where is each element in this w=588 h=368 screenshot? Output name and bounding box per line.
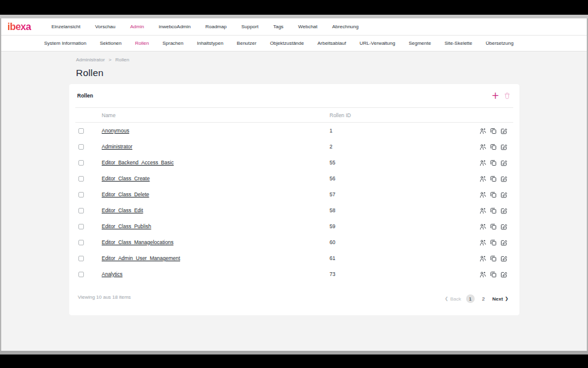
copy-role-button[interactable] — [490, 255, 497, 262]
sub-nav-item-sprachen[interactable]: Sprachen — [156, 36, 190, 52]
assign-users-button[interactable] — [480, 223, 486, 230]
top-nav-item-support[interactable]: Support — [234, 18, 266, 36]
edit-role-button[interactable] — [500, 223, 507, 230]
assign-users-icon — [480, 191, 486, 198]
sub-nav-item-rollen[interactable]: Rollen — [129, 36, 156, 52]
top-nav-item-tags[interactable]: Tags — [266, 18, 291, 36]
assign-users-button[interactable] — [480, 144, 486, 150]
copy-role-button[interactable] — [490, 239, 497, 246]
copy-role-button[interactable] — [490, 271, 497, 278]
assign-users-button[interactable] — [480, 239, 486, 246]
assign-users-button[interactable] — [480, 175, 486, 182]
sub-nav-item-url-verwaltung[interactable]: URL-Verwaltung — [353, 36, 402, 52]
edit-role-button[interactable] — [500, 128, 507, 134]
row-actions — [480, 255, 519, 262]
edit-role-button[interactable] — [500, 207, 507, 214]
row-checkbox[interactable] — [78, 208, 84, 213]
edit-role-button[interactable] — [500, 175, 507, 182]
sub-nav-item--bersetzung[interactable]: Übersetzung — [479, 36, 520, 52]
assign-users-button[interactable] — [480, 159, 486, 166]
role-name-link[interactable]: Editor_Class_Create — [102, 175, 330, 182]
edit-role-button[interactable] — [500, 239, 507, 246]
edit-role-button[interactable] — [500, 159, 507, 166]
edit-icon — [500, 128, 507, 134]
pagination-page-2[interactable]: 2 — [480, 296, 488, 302]
top-nav-item-admin[interactable]: Admin — [123, 18, 152, 36]
role-name-link[interactable]: Editor_Class_Publish — [102, 223, 330, 229]
assign-users-icon — [480, 207, 486, 214]
create-role-button[interactable]: + — [491, 91, 499, 101]
role-name-link[interactable]: Editor_Backend_Access_Basic — [102, 159, 330, 166]
copy-role-button[interactable] — [490, 207, 497, 214]
role-name-link[interactable]: Administrator — [102, 144, 330, 150]
assign-users-button[interactable] — [480, 271, 486, 278]
chevron-right-icon: ❯ — [505, 297, 508, 301]
sub-nav-item-arbeitsablauf[interactable]: Arbeitsablauf — [311, 36, 353, 52]
role-name-link[interactable]: Anonymous — [102, 128, 330, 134]
row-checkbox[interactable] — [78, 272, 84, 277]
delete-role-button[interactable] — [503, 92, 511, 99]
assign-users-button[interactable] — [480, 128, 486, 134]
row-checkbox[interactable] — [78, 128, 84, 134]
sub-nav-item-system-information[interactable]: System Information — [37, 36, 93, 52]
pagination-next-label: Next — [492, 296, 503, 302]
sub-nav-item-segmente[interactable]: Segmente — [402, 36, 437, 52]
roles-table-body: Anonymous 1 — [69, 123, 519, 282]
sub-nav-item-objektzust-nde[interactable]: Objektzustände — [263, 36, 311, 52]
pagination: ❮ Back 12 Next ❯ — [445, 294, 508, 303]
row-checkbox[interactable] — [78, 224, 84, 229]
role-name-link[interactable]: Editor_Class_Managelocations — [102, 239, 330, 245]
breadcrumb-administrator[interactable]: Administrator — [76, 57, 105, 63]
role-id: 73 — [330, 271, 335, 277]
edit-role-button[interactable] — [500, 191, 507, 198]
role-name-link[interactable]: Analytics — [102, 271, 330, 277]
table-row: Analytics 73 — [69, 266, 519, 282]
role-name-link[interactable]: Editor_Admin_User_Management — [102, 255, 330, 261]
ibexa-logo[interactable]: ibexa — [7, 22, 37, 32]
table-header-row: Name Rollen ID — [69, 108, 519, 122]
sub-nav-item-sektionen[interactable]: Sektionen — [93, 36, 129, 52]
row-checkbox[interactable] — [78, 160, 84, 166]
assign-users-button[interactable] — [480, 255, 486, 262]
sub-nav-item-benutzer[interactable]: Benutzer — [230, 36, 263, 52]
copy-role-button[interactable] — [490, 223, 497, 230]
role-id: 56 — [330, 175, 335, 182]
role-id: 59 — [330, 223, 335, 229]
sub-nav-item-inhaltstypen[interactable]: Inhaltstypen — [190, 36, 230, 52]
row-checkbox[interactable] — [78, 240, 84, 245]
copy-role-button[interactable] — [490, 128, 497, 134]
row-checkbox[interactable] — [78, 256, 84, 261]
role-name-link[interactable]: Editor_Class_Edit — [102, 207, 330, 213]
top-nav-item-roadmap[interactable]: Roadmap — [198, 18, 234, 36]
row-actions — [480, 223, 519, 230]
top-nav-item-abrechnung[interactable]: Abrechnung — [325, 18, 366, 36]
edit-role-button[interactable] — [500, 271, 507, 278]
assign-users-icon — [480, 223, 486, 230]
top-nav-item-inwebcoadmin[interactable]: inwebcoAdmin — [151, 18, 198, 36]
copy-role-button[interactable] — [490, 191, 497, 198]
assign-users-button[interactable] — [480, 191, 486, 198]
row-actions — [480, 207, 519, 214]
edit-role-button[interactable] — [500, 255, 507, 262]
copy-role-button[interactable] — [490, 159, 497, 166]
copy-icon — [490, 191, 497, 198]
breadcrumb-rollen: Rollen — [115, 57, 129, 63]
pagination-back-button[interactable]: ❮ Back — [445, 296, 461, 302]
row-checkbox[interactable] — [78, 192, 84, 197]
edit-role-button[interactable] — [500, 144, 507, 150]
row-checkbox[interactable] — [78, 144, 84, 150]
role-name-link[interactable]: Editor_Class_Delete — [102, 191, 330, 197]
pagination-page-1[interactable]: 1 — [466, 294, 475, 303]
copy-role-button[interactable] — [490, 144, 497, 150]
top-nav-item-einzelansicht[interactable]: Einzelansicht — [44, 18, 88, 36]
copy-icon — [490, 144, 497, 150]
sub-nav-item-site-skelette[interactable]: Site-Skelette — [438, 36, 479, 52]
top-nav-item-webchat[interactable]: Webchat — [291, 18, 325, 36]
assign-users-button[interactable] — [480, 207, 486, 214]
row-checkbox[interactable] — [78, 176, 84, 182]
table-row: Editor_Class_Delete 57 — [69, 186, 519, 202]
copy-role-button[interactable] — [490, 175, 497, 182]
top-nav-item-vorschau[interactable]: Vorschau — [88, 18, 123, 36]
panel-title: Rollen — [77, 93, 93, 99]
pagination-next-button[interactable]: Next ❯ — [492, 296, 508, 302]
